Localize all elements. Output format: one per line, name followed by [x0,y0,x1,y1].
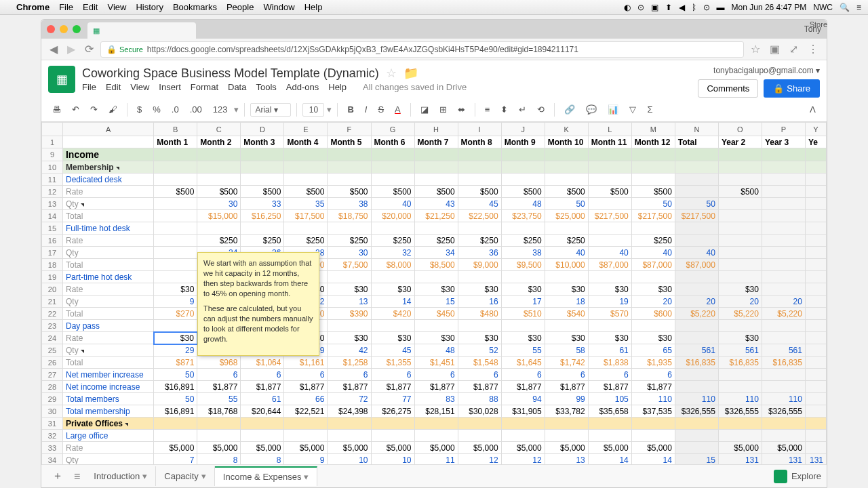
cell[interactable] [805,320,826,332]
cell[interactable]: 8 [241,454,284,465]
cell[interactable] [154,198,197,210]
cell[interactable]: $540 [545,308,588,320]
cell[interactable]: $30 [328,283,371,296]
cell[interactable]: $420 [371,308,414,320]
menubar-status-icon[interactable]: ◀ [679,3,685,12]
cell[interactable] [154,259,197,271]
cell[interactable]: $5,220 [718,308,762,320]
cell[interactable] [631,271,675,283]
cell[interactable] [414,271,458,283]
cell[interactable]: 6 [328,369,371,381]
cell[interactable]: $9,000 [458,259,501,271]
cell[interactable]: 20 [631,296,675,308]
cell[interactable]: $1,064 [241,357,284,369]
cell[interactable] [762,271,805,283]
cell[interactable]: $16,250 [241,210,284,222]
cell[interactable]: 17 [501,296,545,308]
cell[interactable] [328,271,371,283]
cell[interactable] [805,381,826,393]
comments-button[interactable]: Comments [698,79,758,98]
tab-menu-icon[interactable]: ▾ [304,472,309,482]
cell[interactable] [501,174,545,186]
cell[interactable] [414,430,458,442]
cell[interactable]: $10,000 [545,259,588,271]
cell[interactable]: 110 [631,393,675,405]
cell[interactable]: 40 [675,247,718,259]
tab-menu-icon[interactable]: ▾ [142,471,147,481]
cell[interactable] [414,418,458,430]
cell[interactable] [458,430,501,442]
print-icon[interactable]: 🖶 [48,102,65,117]
cell[interactable] [762,174,805,186]
cell[interactable]: $1,877 [414,381,458,393]
cell[interactable]: $5,000 [718,442,762,454]
cell[interactable] [588,198,631,210]
month-header[interactable]: Month 1 [154,136,197,148]
cell[interactable]: $500 [501,186,545,198]
menubar-nwc[interactable]: NWC [813,3,833,12]
cell[interactable] [718,148,762,161]
cell[interactable]: $217,500 [588,210,631,222]
cell[interactable]: 43 [414,198,458,210]
cell[interactable]: 40 [631,247,675,259]
cell[interactable]: $5,000 [414,442,458,454]
menubar-status-icon[interactable]: ◐ [624,3,631,12]
cell[interactable]: $450 [414,308,458,320]
cell[interactable]: $16,891 [154,405,197,418]
cell[interactable] [154,320,197,332]
cell[interactable]: 10 [328,454,371,465]
bold-icon[interactable]: B [343,102,357,117]
cell[interactable] [805,222,826,235]
cell[interactable]: 38 [501,247,545,259]
cell[interactable] [414,222,458,235]
cell[interactable]: $30 [588,283,631,296]
cell[interactable] [545,174,588,186]
star-doc-icon[interactable]: ☆ [386,66,397,81]
cell[interactable] [718,369,762,381]
cell[interactable] [675,418,718,430]
row-label[interactable]: Day pass [62,320,153,332]
row-header[interactable]: 27 [42,369,63,381]
cell[interactable]: $250 [545,235,588,247]
cell[interactable] [545,271,588,283]
cell[interactable]: 15 [675,454,718,465]
cell[interactable]: $30,028 [458,405,501,418]
cell[interactable]: 72 [328,393,371,405]
cell[interactable] [154,235,197,247]
gs-menu-file[interactable]: File [82,82,96,92]
cell[interactable] [154,161,197,174]
cell[interactable]: 20 [718,296,762,308]
cell[interactable] [154,418,197,430]
cell[interactable]: $217,500 [675,210,718,222]
cell[interactable]: $480 [458,308,501,320]
sheet-tab[interactable]: Capacity ▾ [156,466,215,486]
cell[interactable] [805,405,826,418]
cell[interactable]: 45 [458,198,501,210]
cell[interactable]: 88 [458,393,501,405]
cell[interactable] [675,442,718,454]
cell[interactable] [675,381,718,393]
cell[interactable]: $1,161 [284,357,328,369]
row-label[interactable]: Total members [62,393,153,405]
row-label[interactable]: Qty [62,198,153,210]
cell[interactable]: $30 [414,332,458,344]
cell[interactable] [718,320,762,332]
cell[interactable] [718,430,762,442]
cell[interactable]: $23,750 [501,210,545,222]
cell[interactable]: $87,000 [588,259,631,271]
menu-bookmarks[interactable]: Bookmarks [173,2,217,12]
cell[interactable]: $1,877 [545,381,588,393]
dec-decimal-icon[interactable]: .0 [167,102,183,117]
cell[interactable]: 29 [154,344,197,357]
cell[interactable] [762,186,805,198]
cell[interactable] [371,418,414,430]
cell[interactable]: $30 [545,332,588,344]
cell[interactable]: $500 [414,186,458,198]
cell[interactable]: $1,877 [284,381,328,393]
cell[interactable]: $500 [154,186,197,198]
row-label[interactable]: Total membership [62,405,153,418]
cell[interactable]: $326,555 [675,405,718,418]
cell[interactable]: $8,500 [414,259,458,271]
cell[interactable]: $326,555 [718,405,762,418]
month-header[interactable]: Month 10 [545,136,588,148]
